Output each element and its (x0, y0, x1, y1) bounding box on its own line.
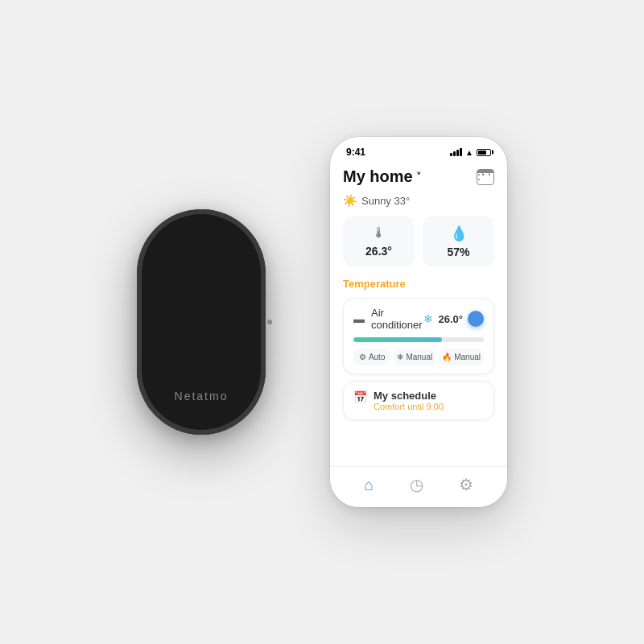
temperature-value: 26.3° (365, 245, 392, 258)
nav-settings-icon: ⚙ (459, 475, 473, 494)
ac-device-name: Air conditioner (371, 307, 423, 331)
scene: Netatmo 9:41 ▲ (0, 0, 644, 644)
temperature-card[interactable]: 🌡 26.3° (343, 217, 415, 266)
phone-container: 9:41 ▲ (330, 137, 507, 507)
ac-temperature-value: 26.0° (438, 313, 463, 325)
ac-card-left: ▬ Air conditioner (353, 307, 423, 331)
schedule-calendar-icon: 📅 (353, 390, 367, 403)
ac-device-icon: ▬ (353, 312, 365, 325)
auto-label: Auto (369, 353, 386, 361)
schedule-card[interactable]: 📅 My schedule Comfort until 9:00 (343, 381, 494, 420)
netatmo-device: Netatmo (137, 209, 266, 435)
manual-heat-icon: 🔥 (442, 353, 452, 361)
ac-mode-buttons: ⚙ Auto ❄ Manual 🔥 Manual (353, 349, 484, 365)
calendar-icon[interactable] (477, 169, 494, 185)
weather-row: ☀️ Sunny 33° (343, 194, 494, 207)
status-bar: 9:41 ▲ (330, 137, 507, 161)
device-indicator-dot (267, 320, 272, 324)
home-title-text: My home (343, 167, 413, 186)
ac-progress-fill (353, 337, 442, 342)
snowflake-icon: ❄ (423, 312, 433, 325)
temperature-section-label: Temperature (343, 278, 494, 290)
device-brand-label: Netatmo (175, 390, 229, 402)
schedule-info: My schedule Comfort until 9:00 (374, 390, 484, 411)
nav-schedule-icon: ◷ (410, 475, 423, 494)
nav-schedule[interactable]: ◷ (410, 475, 423, 494)
status-icons: ▲ (450, 148, 491, 157)
weather-text: Sunny 33° (361, 195, 410, 207)
ac-card-right: ❄ 26.0° (423, 311, 484, 327)
schedule-title: My schedule (374, 390, 484, 402)
home-title-row[interactable]: My home ˅ (343, 167, 421, 186)
ac-mode-auto[interactable]: ⚙ Auto (353, 349, 390, 365)
thermometer-icon: 🌡 (372, 225, 386, 242)
ac-toggle-button[interactable] (468, 311, 484, 327)
phone: 9:41 ▲ (330, 137, 507, 507)
ac-progress-bar (353, 337, 484, 342)
app-content: My home ˅ (330, 161, 507, 466)
manual-cool-label: Manual (406, 353, 432, 361)
battery-icon (477, 149, 491, 156)
humidity-card[interactable]: 💧 57% (423, 217, 494, 266)
bottom-nav: ⌂ ◷ ⚙ (330, 466, 507, 507)
ac-card-header: ▬ Air conditioner ❄ 26.0° (353, 307, 484, 331)
ac-mode-manual-1[interactable]: ❄ Manual (394, 349, 436, 365)
weather-sun-icon: ☀️ (343, 194, 357, 207)
device-container: Netatmo (137, 209, 266, 435)
ac-mode-manual-2[interactable]: 🔥 Manual (439, 349, 484, 365)
wifi-icon: ▲ (465, 148, 473, 157)
app-header: My home ˅ (343, 167, 494, 186)
status-time: 9:41 (346, 147, 365, 158)
chevron-down-icon: ˅ (416, 171, 421, 183)
ac-card[interactable]: ▬ Air conditioner ❄ 26.0° (343, 298, 494, 374)
nav-home-icon: ⌂ (364, 476, 374, 494)
humidity-icon: 💧 (450, 225, 468, 242)
nav-settings[interactable]: ⚙ (459, 475, 473, 494)
manual-cool-icon: ❄ (397, 353, 403, 361)
nav-home[interactable]: ⌂ (364, 476, 374, 494)
sensor-cards: 🌡 26.3° 💧 57% (343, 217, 494, 266)
humidity-value: 57% (447, 246, 469, 258)
manual-heat-label: Manual (454, 353, 481, 361)
schedule-subtitle: Comfort until 9:00 (374, 402, 484, 411)
auto-icon: ⚙ (359, 353, 366, 361)
signal-icon (450, 148, 462, 156)
